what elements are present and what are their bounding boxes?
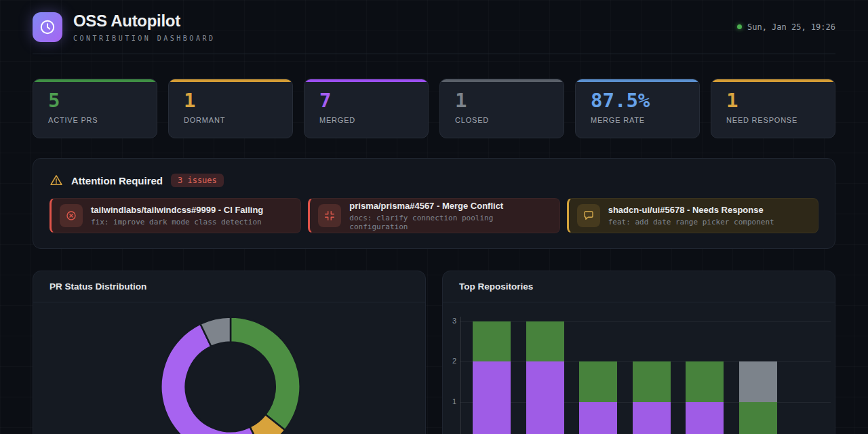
donut-segment-green <box>231 317 300 431</box>
stat-card-closed: 1 CLOSED <box>439 79 564 138</box>
alert-subtitle: feat: add date range picker component <box>608 218 774 226</box>
attention-panel: Attention Required 3 issues tailwindlabs… <box>33 158 835 249</box>
bar-segment-green <box>739 402 777 434</box>
page-title: OSS Autopilot <box>73 12 215 31</box>
alert-card-merge-conflict[interactable]: prisma/prisma#4567 - Merge Conflict docs… <box>308 198 559 233</box>
attention-header: Attention Required 3 issues <box>50 174 818 187</box>
alert-title: prisma/prisma#4567 - Merge Conflict <box>349 201 551 212</box>
stats-row: 5 ACTIVE PRS 1 DORMANT 7 MERGED 1 CLOSED… <box>33 79 835 138</box>
alert-subtitle: docs: clarify connection pooling configu… <box>349 214 551 231</box>
stat-accent <box>33 79 157 82</box>
bar-segment-green <box>579 361 617 401</box>
alert-title: tailwindlabs/tailwindcss#9999 - CI Faili… <box>91 205 263 216</box>
panel-title: PR Status Distribution <box>50 281 146 292</box>
stat-label: MERGE RATE <box>591 116 699 124</box>
pr-status-donut-chart[interactable] <box>33 302 425 434</box>
stat-accent <box>440 79 564 82</box>
bar-segment-purple <box>579 402 617 434</box>
stat-value: 1 <box>726 89 835 112</box>
brand: OSS Autopilot CONTRIBUTION DASHBOARD <box>33 12 215 42</box>
circle-x-icon <box>65 210 77 222</box>
datetime-status: Sun, Jan 25, 19:26 <box>737 22 835 32</box>
panel-header: PR Status Distribution <box>33 271 425 302</box>
stat-value: 1 <box>455 89 564 112</box>
alert-card-needs-response[interactable]: shadcn-ui/ui#5678 - Needs Response feat:… <box>567 198 818 233</box>
stat-label: CLOSED <box>455 116 564 124</box>
datetime-label: Sun, Jan 25, 19:26 <box>747 22 835 32</box>
alert-text: prisma/prisma#4567 - Merge Conflict docs… <box>349 201 551 231</box>
stat-label: NEED RESPONSE <box>726 116 835 124</box>
stat-label: ACTIVE PRS <box>48 116 157 124</box>
stat-card-merge-rate: 87.5% MERGE RATE <box>575 79 700 138</box>
stat-card-merged: 7 MERGED <box>304 79 429 138</box>
attention-title: Attention Required <box>71 175 163 186</box>
charts-row: PR Status Distribution Top Repositories … <box>33 271 835 434</box>
donut-svg <box>33 302 425 434</box>
merge-conflict-icon <box>323 210 336 222</box>
y-axis-line <box>460 317 461 434</box>
app-logo <box>33 12 62 42</box>
panel-title: Top Repositories <box>459 281 533 292</box>
alert-icon-tile <box>318 204 341 227</box>
stat-accent <box>169 79 292 82</box>
alert-icon-tile <box>60 204 83 227</box>
panel-header: Top Repositories <box>443 271 835 302</box>
bar-segment-green <box>633 361 671 401</box>
stat-card-active-prs: 5 ACTIVE PRS <box>33 79 157 138</box>
clock-icon <box>39 18 56 36</box>
status-dot-icon <box>737 24 742 29</box>
stat-value: 7 <box>319 89 428 112</box>
bar-segment-gray <box>739 361 777 401</box>
stat-label: MERGED <box>319 116 428 124</box>
bar-segment-green <box>473 321 511 361</box>
alert-text: shadcn-ui/ui#5678 - Needs Response feat:… <box>608 205 774 226</box>
top-repositories-bar-chart[interactable]: 123 <box>443 302 835 434</box>
alert-icon-tile <box>577 204 600 227</box>
gridline <box>460 321 831 322</box>
bar-segment-green <box>686 361 724 401</box>
stat-value: 5 <box>48 89 157 112</box>
y-tick-label: 3 <box>443 317 456 325</box>
pr-status-panel: PR Status Distribution <box>33 271 426 434</box>
bar-segment-purple <box>686 402 724 434</box>
bar-segment-purple <box>526 361 564 434</box>
alert-text: tailwindlabs/tailwindcss#9999 - CI Faili… <box>91 205 263 226</box>
y-tick-label: 2 <box>443 357 456 365</box>
attention-items: tailwindlabs/tailwindcss#9999 - CI Faili… <box>50 198 818 233</box>
alert-card-ci-failing[interactable]: tailwindlabs/tailwindcss#9999 - CI Faili… <box>50 198 301 233</box>
stat-label: DORMANT <box>184 116 292 124</box>
speech-bubble-icon <box>583 210 595 222</box>
bar-segment-green <box>526 321 564 361</box>
stat-card-need-response: 1 NEED RESPONSE <box>711 79 835 138</box>
alert-subtitle: fix: improve dark mode class detection <box>91 218 263 226</box>
top-repositories-panel: Top Repositories 123 <box>442 271 835 434</box>
stat-card-dormant: 1 DORMANT <box>168 79 293 138</box>
warning-triangle-icon <box>50 174 63 187</box>
brand-text: OSS Autopilot CONTRIBUTION DASHBOARD <box>73 12 215 42</box>
dashboard-page: { "header": { "title": "OSS Autopilot", … <box>0 0 868 434</box>
app-header: OSS Autopilot CONTRIBUTION DASHBOARD Sun… <box>33 0 835 54</box>
stat-value: 1 <box>184 89 292 112</box>
y-tick-label: 1 <box>443 397 456 406</box>
stat-accent <box>711 79 835 82</box>
bar-segment-purple <box>633 402 671 434</box>
bar-segment-purple <box>473 361 511 434</box>
stat-accent <box>576 79 699 82</box>
issues-count-badge: 3 issues <box>171 174 224 187</box>
stat-accent <box>304 79 428 82</box>
alert-title: shadcn-ui/ui#5678 - Needs Response <box>608 205 774 216</box>
stat-value: 87.5% <box>591 89 699 112</box>
page-subtitle: CONTRIBUTION DASHBOARD <box>73 35 215 42</box>
